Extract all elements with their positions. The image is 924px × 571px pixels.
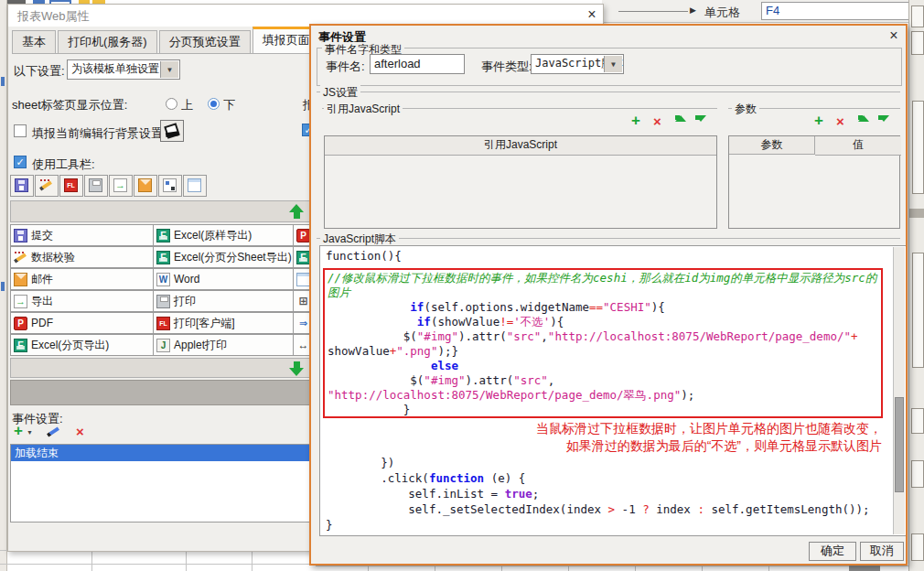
table-row: →导出打印⊞ [10,290,321,312]
event-type-select[interactable]: JavaScript脚本 ▼ [531,54,624,74]
grid-cell-导出[interactable]: →导出 [10,290,154,312]
table-row: EExcel(分页导出)JApplet打印↔ [10,334,321,356]
save-icon [14,229,27,242]
delete-icon[interactable]: × [836,114,844,129]
chevron-down-icon[interactable]: ▼ [27,429,33,436]
paint-bucket-icon [164,123,180,139]
delete-event-button[interactable]: × [76,425,84,439]
code-line: //修改鼠标滑过下拉框数据时的事件，如果控件名为ceshi，那么就在id为img… [328,271,878,286]
grid-cell-邮件[interactable]: 邮件 [10,268,154,290]
js-code-editor[interactable]: function(){ //修改鼠标滑过下拉框数据时的事件，如果控件名为cesh… [319,245,907,536]
params-col-value: 值 [815,136,901,156]
params-table[interactable]: 参数 值 [728,135,900,229]
move-icon: ↔ [296,339,310,352]
edit-event-icon[interactable] [47,425,60,438]
applet-icon: J [156,339,170,352]
event-name-input[interactable]: afterload [370,54,465,74]
spreadsheet-gridline [568,566,569,571]
toolbar-button-save-icon[interactable] [10,175,34,197]
grid-cell-label: 邮件 [31,269,53,289]
grid-cell-label: Excel(分页分Sheet导出) [174,247,292,267]
grid-cell-Word[interactable]: WWord [153,268,294,290]
layout-icon: ⊞ [296,295,310,308]
code-line: self._setSelectedIndex(index > -1 ? inde… [326,501,870,517]
arrow-down-icon [289,361,304,376]
add-event-button[interactable]: + [14,424,23,438]
spreadsheet-gridline [0,564,316,565]
grid-cell-label: 打印[客户端] [174,313,235,333]
excel-icon: E [296,251,310,264]
grid-cell-Applet打印[interactable]: JApplet打印 [153,334,294,356]
chevron-down-icon[interactable]: ▼ [160,61,178,78]
radio-top[interactable] [166,98,177,110]
excel-icon: E [156,251,170,264]
move-down-bar[interactable] [10,358,310,378]
add-icon[interactable]: + [631,113,640,128]
event-list: 加载结束 [10,444,310,523]
grid-cell-PDF[interactable]: PPDF [10,312,154,334]
export-icon: → [14,295,27,308]
code-scrollbar[interactable] [893,247,905,534]
tab-分页预览设置[interactable]: 分页预览设置 [159,30,251,53]
add-icon[interactable]: + [814,113,823,128]
separator-bar [10,380,310,405]
ref-js-table[interactable]: 引用JavaScript [324,135,717,229]
flow-icon: ⇒ [296,317,310,330]
cell-reference-bar: ▶ 单元格 F4 [602,0,924,23]
ref-js-label: 引用JavaScript [324,102,403,117]
grid-cell-label: Word [174,269,199,289]
spreadsheet-gridline [186,550,187,571]
grid-cell-Excel(原样导出)[interactable]: EExcel(原样导出) [153,224,294,246]
grid-cell-打印[客户端][interactable]: FL打印[客户端] [153,312,294,334]
event-type-label: 事件类型: [481,59,532,75]
js-group-label: JS设置 [320,85,360,101]
toolbar-button-fl-print-icon[interactable]: FL [59,175,83,197]
spreadsheet-gridline [316,566,908,566]
chevron-down-icon[interactable]: ▼ [604,56,622,72]
toolbar-button-pencil-icon[interactable] [35,175,59,197]
template-setting-select[interactable]: 为该模板单独设置 ▼ [67,59,180,80]
tab-基本[interactable]: 基本 [12,30,56,53]
tab-打印机(服务器)[interactable]: 打印机(服务器) [58,30,157,53]
code-line: } [328,403,878,417]
params-label: 参数 [732,102,759,117]
cancel-button[interactable]: 取消 [860,542,904,561]
edit-row-bg-checkbox[interactable] [14,124,27,137]
grid-cell-Excel(分页分Sheet导出)[interactable]: EExcel(分页分Sheet导出) [153,246,294,268]
params-col-name: 参数 [729,136,815,155]
grid-cell-label: Excel(分页导出) [31,335,109,355]
code-line: self.inList = true; [326,486,870,501]
use-toolbar-checkbox[interactable]: ✓ [14,156,27,168]
code-line: else [328,359,878,373]
script-group-line [317,238,900,239]
grid-cell-Excel(分页导出)[interactable]: EExcel(分页导出) [10,334,154,356]
grid-cell-label: 导出 [31,291,53,311]
save-icon [15,178,28,192]
list-item-加载结束[interactable]: 加载结束 [11,445,309,461]
toolbar-button-branch-icon[interactable] [158,175,182,197]
grid-cell-数据校验[interactable]: 数据校验 [10,246,154,268]
annotation-line: 当鼠标滑过下拉框数据时，让图片单元格的图片也随着改变， [494,420,882,437]
scrollbar-thumb[interactable] [895,397,904,492]
fl-print-icon: FL [156,317,170,330]
toolbar-button-mail-icon[interactable] [134,175,157,197]
ok-button[interactable]: 确定 [809,542,856,561]
cell-ref-input[interactable]: F4 [761,2,922,20]
event-name-label: 事件名: [326,59,365,75]
toolbar-button-window-icon[interactable] [183,175,207,197]
splitter-arrow-icon[interactable]: ▶ [690,5,696,15]
edit-row-bg-label: 填报当前编辑行背景设置: [32,125,167,142]
code-line: showValue+".png");} [328,344,878,359]
delete-icon[interactable]: × [653,114,661,129]
window-icon [296,273,310,286]
grid-cell-提交[interactable]: 提交 [10,224,154,246]
grid-cell-打印[interactable]: 打印 [153,290,294,312]
toolbar-button-export-icon[interactable]: → [109,175,133,197]
close-icon[interactable]: × [886,28,902,43]
close-icon[interactable]: × [585,7,599,22]
background-color-button[interactable] [160,120,184,142]
toolbar-button-printer-icon[interactable] [84,175,108,197]
code-line: .click(function (e) { [326,470,870,486]
move-up-bar[interactable] [10,200,310,222]
radio-bottom[interactable] [208,98,220,110]
